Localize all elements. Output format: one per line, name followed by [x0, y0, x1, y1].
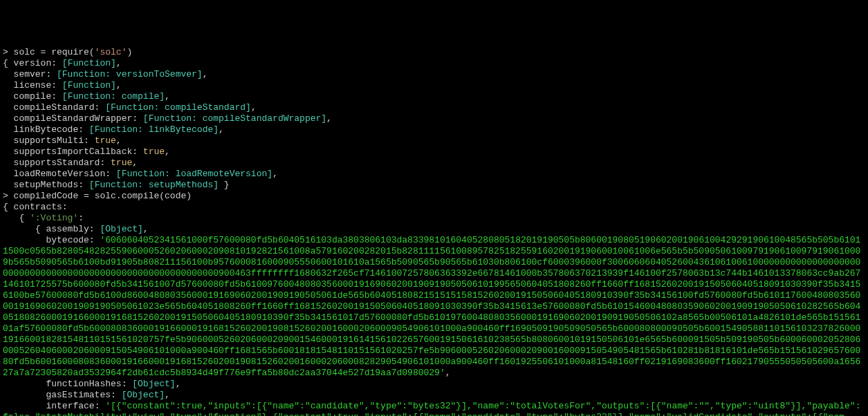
boolean-value: true [95, 135, 116, 146]
property-key: linkBytecode: [3, 124, 89, 135]
function-value: [Function: setupMethods] [89, 180, 219, 190]
close-brace: } [219, 180, 230, 190]
open-brace: { [3, 213, 30, 223]
contract-name: ':Voting' [30, 213, 78, 223]
property-key: compileStandard: [3, 102, 105, 113]
bytecode-value: '6060604052341561000f57600080fd5b6040516… [3, 235, 860, 378]
comma: , [251, 102, 257, 113]
property-key: supportsStandard: [3, 158, 111, 168]
comma: , [176, 379, 181, 389]
output-line: setupMethods: [Function: setupMethods] } [3, 180, 865, 191]
output-line: supportsMulti: true, [3, 135, 865, 146]
property-key: interface: [3, 401, 105, 411]
repl-line: > compiledCode = solc.compile(code) [3, 191, 865, 202]
function-value: [Function: compileStandardWrapper] [143, 113, 326, 124]
output-line: supportsImportCallback: true, [3, 146, 865, 158]
property-key: loadRemoteVersion: [3, 169, 116, 179]
output-line: { contracts: [3, 202, 865, 213]
code-text: ) [127, 47, 132, 57]
object-value: [Object] [132, 379, 175, 389]
comma: , [219, 124, 224, 135]
object-value: [Object] [122, 390, 165, 400]
boolean-value: true [143, 146, 165, 157]
comma: , [203, 69, 208, 79]
comma: , [165, 390, 170, 400]
output-line: compile: [Function: compile], [3, 91, 865, 102]
comma: , [132, 158, 138, 168]
comma: , [273, 169, 278, 179]
output-line: semver: [Function: versionToSemver], [3, 69, 865, 80]
function-value: [Function: compileStandard] [105, 102, 251, 113]
property-key: supportsMulti: [3, 135, 95, 146]
property-key: semver: [3, 69, 57, 79]
output-line: license: [Function], [3, 80, 865, 91]
object-value: [Object] [100, 224, 142, 234]
property-key: functionHashes: [3, 379, 132, 389]
colon: : [78, 213, 84, 223]
property-key: compile: [3, 91, 62, 102]
property-key: compileStandardWrapper: [3, 113, 143, 124]
property-key: setupMethods: [3, 180, 89, 190]
string-literal: 'solc' [95, 47, 127, 57]
output-line: functionHashes: [Object], [3, 379, 865, 390]
function-value: [Function: compile] [62, 91, 165, 102]
property-key: { assembly: [3, 224, 100, 234]
function-value: [Function: versionToSemver] [57, 69, 203, 79]
property-key: license: [3, 80, 62, 91]
output-line: compileStandardWrapper: [Function: compi… [3, 113, 865, 124]
comma: , [116, 80, 122, 91]
property-key: { contracts: [3, 202, 68, 212]
terminal-output[interactable]: > solc = require('solc'){ version: [Func… [3, 47, 865, 416]
property-key: bytecode: [3, 235, 100, 245]
property-key: gasEstimates: [3, 390, 122, 400]
comma: , [143, 224, 149, 234]
interface-value: '[{"constant":true,"inputs":[{"name":"ca… [3, 401, 860, 416]
comma: , [445, 368, 451, 378]
function-value: [Function: loadRemoteVersion] [116, 169, 273, 179]
interface-line: interface: '[{"constant":true,"inputs":[… [3, 401, 865, 416]
output-line: { assembly: [Object], [3, 224, 865, 235]
output-line: linkBytecode: [Function: linkBytecode], [3, 124, 865, 135]
output-line: loadRemoteVersion: [Function: loadRemote… [3, 169, 865, 180]
function-value: [Function] [62, 58, 116, 68]
boolean-value: true [111, 158, 132, 168]
output-line: compileStandard: [Function: compileStand… [3, 102, 865, 113]
prompt-caret: > [3, 191, 14, 201]
prompt-caret: > [3, 47, 14, 57]
comma: , [116, 58, 122, 68]
property-key: { version: [3, 58, 62, 68]
comma: , [165, 91, 170, 102]
comma: , [116, 135, 122, 146]
function-value: [Function: linkBytecode] [89, 124, 219, 135]
function-value: [Function] [62, 80, 116, 91]
output-line: { ':Voting': [3, 213, 865, 224]
output-line: supportsStandard: true, [3, 158, 865, 169]
comma: , [165, 146, 170, 157]
code-text: solc = require( [14, 47, 95, 57]
property-key: supportsImportCallback: [3, 146, 143, 157]
repl-line: > solc = require('solc') [3, 47, 865, 58]
output-line: { version: [Function], [3, 58, 865, 69]
code-text: compiledCode = solc.compile(code) [14, 191, 192, 201]
comma: , [326, 113, 332, 124]
bytecode-line: bytecode: '6060604052341561000f57600080f… [3, 235, 865, 379]
output-line: gasEstimates: [Object], [3, 390, 865, 401]
